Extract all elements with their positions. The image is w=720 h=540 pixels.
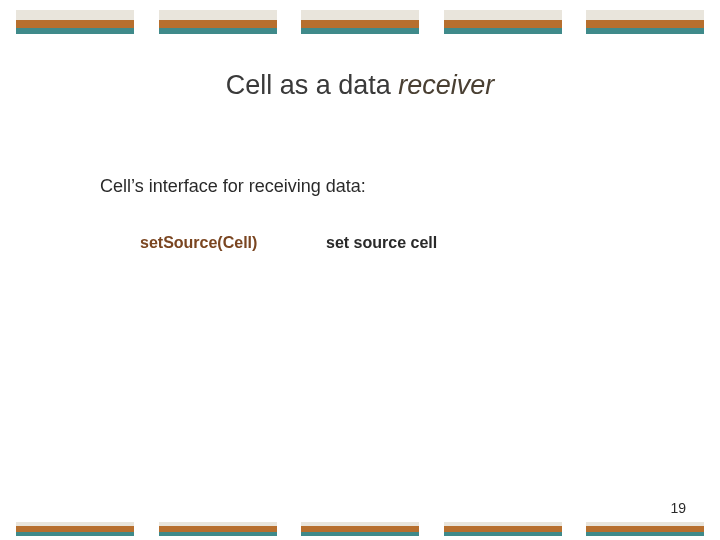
decor-block [444, 10, 562, 34]
decor-block [444, 522, 562, 536]
title-plain: Cell as a data [226, 70, 399, 100]
page-number: 19 [670, 500, 686, 516]
subheading: Cell’s interface for receiving data: [100, 176, 366, 197]
decor-block [159, 522, 277, 536]
method-description: set source cell [326, 234, 437, 252]
title-accent: receiver [398, 70, 494, 100]
decor-block [159, 10, 277, 34]
decor-block [16, 522, 134, 536]
decor-top-row [0, 10, 720, 34]
decor-block [586, 522, 704, 536]
decor-bottom-row [0, 522, 720, 536]
decor-block [586, 10, 704, 34]
decor-block [301, 522, 419, 536]
decor-block [301, 10, 419, 34]
slide-title: Cell as a data receiver [0, 70, 720, 101]
decor-block [16, 10, 134, 34]
method-signature: setSource(Cell) [140, 234, 257, 252]
